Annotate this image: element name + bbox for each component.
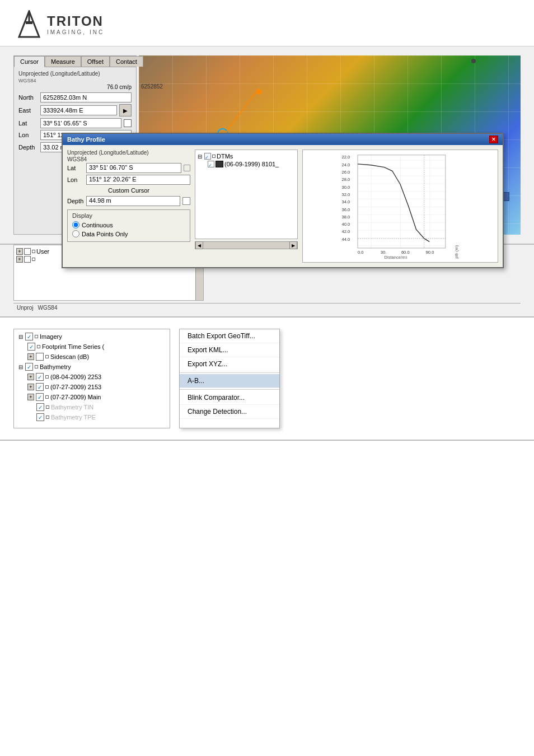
svg-text:36.0: 36.0 <box>342 207 350 212</box>
bath3-dot <box>45 395 49 399</box>
tree-checkbox-2[interactable] <box>24 256 31 263</box>
bathy-lon-label: Lon <box>67 176 84 183</box>
lon-label: Lon <box>18 132 38 138</box>
bathy-scroll-track <box>203 242 289 248</box>
sidescan-expand[interactable]: + <box>27 353 34 360</box>
bathy-lat-row: Lat 33º 51' 06.70" S <box>67 163 190 173</box>
lat-label: Lat <box>18 120 38 127</box>
bath1-checkbox[interactable]: ✓ <box>36 373 44 381</box>
svg-text:Depth (m): Depth (m) <box>454 245 459 259</box>
imagery-checkbox[interactable]: ✓ <box>25 333 33 340</box>
speed-row: 76.0 cm/p <box>18 84 132 90</box>
ctx-ab[interactable]: A-B... <box>180 374 279 388</box>
svg-text:42.0: 42.0 <box>342 229 350 234</box>
bathy-left: Unprojected (Longitude/Latitude) WGS84 L… <box>67 150 190 263</box>
dtm-minus[interactable]: ⊟ <box>198 153 202 160</box>
bath2-expand[interactable]: + <box>27 384 34 390</box>
dtm-checkbox-root[interactable]: ✓ <box>204 153 211 160</box>
lat-checkbox[interactable] <box>124 119 132 127</box>
bath1-expand[interactable]: + <box>27 374 34 380</box>
tab-cursor[interactable]: Cursor <box>14 56 45 67</box>
tin-checkbox[interactable]: ✓ <box>36 403 44 411</box>
bathy-projection: Unprojected (Longitude/Latitude) <box>67 150 190 156</box>
svg-rect-5 <box>358 155 446 248</box>
bathy-dialog: Bathy Profile ✕ Unprojected (Longitude/L… <box>62 133 504 268</box>
north-value: 6252852.03m N <box>40 92 132 102</box>
bathy-depth-checkbox[interactable] <box>182 197 190 205</box>
tree2-item-bath1: + ✓ (08-04-2009) 2253 <box>16 372 167 382</box>
north-row: North 6252852.03m N <box>18 92 132 102</box>
tree-label-user: User <box>36 248 49 255</box>
depth-label: Depth <box>18 144 38 151</box>
bathymetry-checkbox[interactable]: ✓ <box>25 363 33 371</box>
tree2-item-sidescan: + Sidescan (dB) <box>16 352 167 362</box>
ctx-change-detection[interactable]: Change Detection... <box>180 405 279 419</box>
logo-text: TRITON IMAGING, INC <box>47 13 104 35</box>
tab-offset[interactable]: Offset <box>81 56 110 67</box>
svg-text:0.0: 0.0 <box>358 250 364 255</box>
svg-text:28.0: 28.0 <box>342 177 350 182</box>
section3 <box>0 441 534 474</box>
tree2-item-imagery: ⊟ ✓ Imagery <box>16 332 167 342</box>
svg-rect-1 <box>26 21 32 24</box>
bathy-close-button[interactable]: ✕ <box>489 136 498 143</box>
tree2-item-bathymetry: ⊟ ✓ Bathymetry <box>16 362 167 372</box>
bathymetry-label: Bathymetry <box>40 363 71 370</box>
tpe-dot <box>46 416 49 419</box>
bath3-checkbox[interactable]: ✓ <box>36 393 44 401</box>
footprint-checkbox[interactable]: ✓ <box>27 343 35 351</box>
bathy-scroll-left[interactable]: ◀ <box>195 241 203 249</box>
dtm-dot-root <box>212 155 216 158</box>
bathy-content: Unprojected (Longitude/Latitude) WGS84 L… <box>63 145 503 267</box>
imagery-minus-icon[interactable]: ⊟ <box>18 334 23 340</box>
sidescan-dot <box>45 355 49 358</box>
tree-expand-2[interactable]: + <box>16 256 23 263</box>
bathy-depth-row: Depth 44.98 m <box>67 196 190 206</box>
ctx-batch-export[interactable]: Batch Export GeoTiff... <box>180 329 279 343</box>
ctx-separator-1 <box>180 372 279 373</box>
bathymetry-dot <box>35 365 38 368</box>
sidescan-checkbox[interactable] <box>36 353 44 361</box>
radio-continuous[interactable] <box>72 221 79 228</box>
tab-measure[interactable]: Measure <box>45 56 81 67</box>
tree-checkbox-user[interactable] <box>24 248 31 255</box>
header: TRITON IMAGING, INC <box>0 0 534 46</box>
ctx-export-xyz[interactable]: Export XYZ... <box>180 357 279 371</box>
datum-label: WGS84 <box>18 78 132 83</box>
radio-datapoints-row: Data Points Only <box>72 230 185 237</box>
tab-contact[interactable]: Contact <box>110 56 143 67</box>
ctx-blink[interactable]: Blink Comparator... <box>180 391 279 405</box>
lat-value: 33º 51' 05.65" S <box>40 118 121 128</box>
tree2-item-bath3: + ✓ (07-27-2009) Main <box>16 392 167 402</box>
east-row: East 333924.48m E ▶ <box>18 104 132 116</box>
bath3-expand[interactable]: + <box>27 394 34 400</box>
bathy-scrollbar[interactable]: ◀ ▶ <box>195 241 298 249</box>
bathy-minus-icon[interactable]: ⊟ <box>18 364 23 370</box>
bath1-label: (08-04-2009) 2253 <box>50 374 101 380</box>
logo-triton: TRITON <box>47 13 104 29</box>
tree-panel-2: ⊟ ✓ Imagery ✓ Footprint Time Series ( + … <box>13 329 170 428</box>
tpe-checkbox[interactable]: ✓ <box>36 413 44 421</box>
dtm-sub-checkbox[interactable]: ✓ <box>208 161 214 167</box>
radio-continuous-row: Continuous <box>72 221 185 228</box>
tree2-item-bath2: + ✓ (07-27-2009) 2153 <box>16 382 167 392</box>
arrow-button[interactable]: ▶ <box>119 104 132 116</box>
radio-datapoints-label: Data Points Only <box>82 231 128 237</box>
section2: ⊟ ✓ Imagery ✓ Footprint Time Series ( + … <box>0 318 534 441</box>
context-menu: Batch Export GeoTiff... Export KML... Ex… <box>179 329 280 428</box>
dtm-sub-item: ✓ (06-09-1999) 8101_ <box>198 160 295 168</box>
bathy-custom-cursor-label: Custom Cursor <box>67 187 190 194</box>
tree-dot <box>32 250 35 253</box>
ctx-export-kml[interactable]: Export KML... <box>180 343 279 357</box>
radio-datapoints[interactable] <box>72 230 79 237</box>
bath2-checkbox[interactable]: ✓ <box>36 383 44 391</box>
bathy-chart: 22.0 24.0 26.0 28.0 30.0 32.0 34.0 36.0 … <box>302 150 498 263</box>
tree-expand-plus[interactable]: + <box>16 248 23 255</box>
bathy-lat-label: Lat <box>67 165 84 171</box>
map-label-north: 6252852 <box>141 83 163 90</box>
tree2-item-footprint: ✓ Footprint Time Series ( <box>16 342 167 352</box>
bathy-scroll-right[interactable]: ▶ <box>289 241 297 249</box>
projection-label: Unprojected (Longitude/Latitude) <box>18 71 132 77</box>
svg-text:24.0: 24.0 <box>342 162 350 167</box>
east-label: East <box>18 107 38 114</box>
